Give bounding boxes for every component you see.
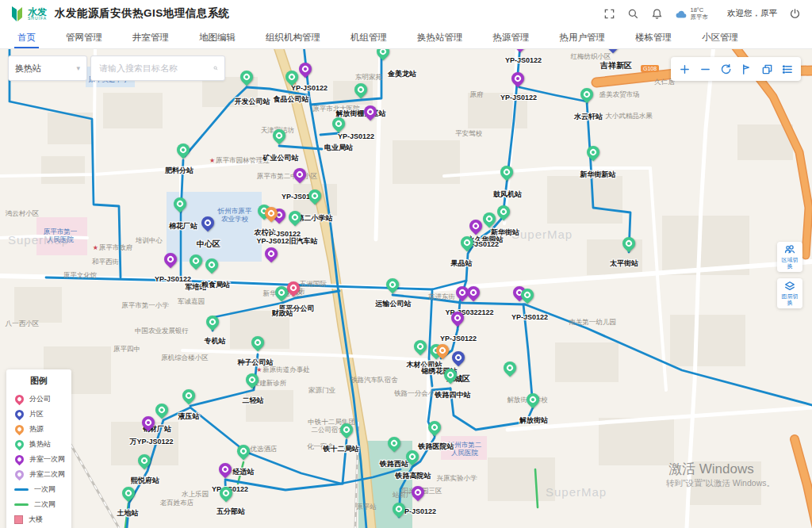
app-header: 水发 SHUIFA 水发能源盾安供热GIS地理信息系统 18 [0,0,812,27]
map-block [555,342,619,382]
map-marker-label: 二轻站 [243,396,264,406]
legend-item-分公司: 分公司 [14,392,71,407]
map-marker-label: 第二小学站 [297,213,333,224]
tab-小区管理[interactable]: 小区管理 [702,27,738,48]
map-marker-label: 解放街站 [519,415,548,426]
zoom-in-button[interactable] [676,60,693,78]
tab-热用户管理[interactable]: 热用户管理 [560,27,606,48]
primary-network-line[interactable] [46,277,432,289]
map-marker-label: 万YP-JS0122 [129,437,173,447]
map-block [547,176,622,224]
tab-楼栋管理[interactable]: 楼栋管理 [635,27,672,48]
map-marker-label: 液压站 [178,411,200,422]
tab-组织机构管理[interactable]: 组织机构管理 [266,27,320,48]
legend-item-换热站: 换热站 [14,437,71,452]
legend-title: 图例 [14,375,71,387]
list-button[interactable] [779,60,796,78]
map-block [393,140,460,184]
map-marker-label: YP-JS0122 [505,56,542,64]
map-marker-label: 铁路医院站 [419,442,454,452]
map-marker-label: 铁路四中站 [435,390,471,400]
tab-热源管理[interactable]: 热源管理 [493,27,530,48]
search-input[interactable] [98,63,213,74]
legend-pin-icon [13,408,26,421]
legend-pin-icon [13,423,26,436]
map-marker-label: 矿业公司站 [263,153,299,163]
copy-layers-button[interactable] [758,60,776,78]
reset-button[interactable] [717,60,734,78]
map-road [687,49,714,528]
legend-item-热源: 热源 [14,422,71,437]
search-input-wrap [90,55,225,81]
map-block [103,93,163,128]
map-marker-label: YP-JS012旧汽车站 [256,236,317,247]
map-marker-label: 太平街站 [610,258,638,269]
welcome-text: 欢迎您，原平 [727,8,777,19]
map[interactable]: 换热站 ▾ 区域切换图层切换 图例 分公司片区热源换热站井室一次网井室二次网一次… [0,49,812,528]
measure-button[interactable] [737,60,755,78]
map-marker-label: 棉花厂站 [169,221,197,231]
legend-pin-icon [13,453,26,466]
page-title: 水发能源盾安供热GIS地理信息系统 [55,6,230,21]
bell-icon[interactable] [651,7,664,20]
map-marker-label: 新华街新站 [580,170,616,180]
search-category-value: 换热站 [15,63,41,75]
map-marker-label: YP-JS0122 [338,132,374,140]
map-block [690,461,761,505]
legend-pin-icon [13,438,26,451]
weather-temp: 18°C [691,6,709,13]
legend-item-井室二次网: 井室二次网 [14,467,71,482]
map-marker-label: 鼓风机站 [493,189,522,200]
tab-首页[interactable]: 首页 [17,27,36,48]
map-block [41,156,85,184]
tab-管网管理[interactable]: 管网管理 [66,27,102,48]
tab-地图编辑[interactable]: 地图编辑 [199,27,236,48]
map-marker-label: 种子公司站 [238,358,274,368]
map-search-control: 换热站 ▾ [8,55,225,81]
main-nav: 首页管网管理井室管理地图编辑组织机构管理机组管理换热站管理热源管理热用户管理楼栋… [0,27,812,49]
legend-item-一次网: 一次网 [14,482,71,497]
legend-item-片区: 片区 [14,407,71,422]
map-marker-label: 熙悦府站 [131,476,159,486]
map-marker-label: 专机站 [205,336,226,346]
logo-text: 水发 [28,7,47,17]
tab-换热站管理[interactable]: 换热站管理 [417,27,463,48]
map-marker-label: 运输公司站 [376,299,412,309]
side-button-图层切换[interactable]: 图层切换 [777,278,802,308]
map-marker-label: 吉祥新区 [600,60,632,71]
map-marker-label: 土地站 [117,508,139,518]
legend-square-icon [14,515,23,524]
logo-subtext: SHUIFA [28,17,47,21]
map-marker-label: YP-JS0122 [440,335,477,342]
map-road [0,236,87,238]
map-marker-label: 食品公司站 [274,94,309,105]
legend-line-icon [14,503,29,506]
primary-network-line[interactable] [320,133,339,135]
map-block [14,287,62,323]
primary-network-line[interactable] [279,146,322,149]
map-toolbar [671,57,801,81]
map-marker-label: 铁路高院站 [396,471,431,481]
map-marker-label: 财政站 [272,308,293,319]
cloud-icon [675,8,688,20]
zoom-out-button[interactable] [696,60,714,78]
search-icon[interactable] [627,7,640,20]
map-marker-label: 水云轩站 [574,112,603,122]
chevron-down-icon: ▾ [76,64,80,72]
map-marker-label: YP-JS0122 [291,84,327,92]
map-road [444,168,650,176]
side-button-区域切换[interactable]: 区域切换 [777,242,802,272]
search-category-select[interactable]: 换热站 ▾ [8,55,87,81]
map-marker-label: 中心区 [197,239,220,250]
map-marker-label: YP-JS0122 [511,313,548,321]
fullscreen-icon[interactable] [603,7,616,20]
tab-井室管理[interactable]: 井室管理 [132,27,169,48]
map-marker-label: 铁十二局站 [324,444,359,454]
shuifa-logo-icon [10,5,24,22]
map-block [670,315,745,366]
app-logo: 水发 SHUIFA [10,5,47,22]
tab-机组管理[interactable]: 机组管理 [350,27,387,48]
map-marker-label: 果品站 [451,258,473,269]
search-input-icon[interactable] [213,63,218,74]
logout-icon[interactable] [788,7,801,20]
